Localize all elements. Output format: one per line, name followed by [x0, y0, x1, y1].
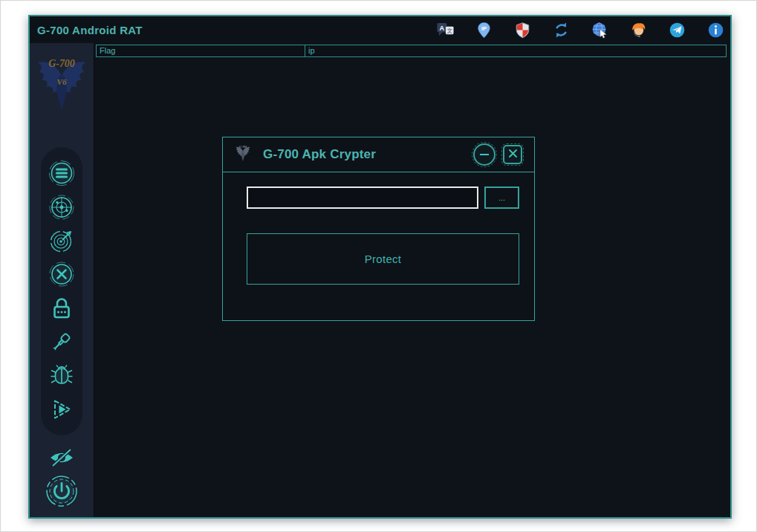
sidebar-item-builder[interactable]: [48, 328, 75, 355]
security-shield-icon[interactable]: [514, 22, 531, 39]
sidebar: G-700 V6: [30, 43, 94, 517]
sidebar-item-power[interactable]: [45, 474, 79, 508]
window-title: G-700 Android RAT: [37, 24, 143, 36]
eye-off-icon: [48, 458, 76, 470]
protect-button[interactable]: Protect: [247, 233, 519, 285]
play-icon: [49, 397, 74, 422]
clients-area: Flag ip G-700 G-700 Apk Cryp: [94, 43, 730, 517]
sidebar-item-target[interactable]: [48, 227, 75, 254]
dialog-title: G-700 Apk Crypter: [263, 147, 376, 162]
translate-icon[interactable]: A 文: [437, 22, 454, 39]
sidebar-item-scan[interactable]: [48, 194, 75, 221]
target-icon: [48, 227, 75, 254]
lock-icon: [50, 296, 74, 321]
minimize-button[interactable]: [473, 143, 496, 166]
dialog-body: ... Protect: [223, 172, 534, 285]
ip-pin-icon[interactable]: IP: [475, 22, 493, 39]
sidebar-tool-panel: [41, 147, 82, 435]
sidebar-item-disconnect[interactable]: [48, 261, 75, 288]
dialog-eagle-icon: G-700: [233, 145, 253, 164]
apk-file-row: ...: [247, 186, 519, 209]
logo-brand-text: G-700: [48, 58, 74, 69]
info-icon[interactable]: [707, 22, 724, 39]
globe-cursor-icon[interactable]: [591, 22, 608, 39]
power-icon: [45, 498, 79, 510]
x-circle-icon: [48, 261, 75, 288]
window-content: G-700 V6: [30, 43, 730, 517]
menu-icon: [48, 160, 75, 186]
minimize-icon: [480, 154, 489, 155]
support-agent-icon[interactable]: [630, 22, 647, 39]
browse-button[interactable]: ...: [484, 186, 519, 209]
dialog-titlebar: G-700 G-700 Apk Crypter: [223, 137, 534, 172]
logo-version-text: V6: [57, 77, 67, 86]
titlebar: G-700 Android RAT A 文 IP: [30, 16, 730, 43]
translate-zh-glyph: 文: [446, 27, 452, 33]
sidebar-item-menu[interactable]: [48, 160, 75, 186]
close-icon: [508, 148, 518, 161]
column-header-flag[interactable]: Flag: [96, 45, 305, 57]
dialog-window-controls: [473, 143, 525, 166]
column-header-ip[interactable]: ip: [305, 45, 727, 57]
sidebar-item-bug-test[interactable]: [48, 362, 75, 389]
sidebar-item-hide[interactable]: [48, 447, 76, 468]
apk-crypter-dialog: G-700 G-700 Apk Crypter: [222, 137, 535, 321]
apk-path-input[interactable]: [247, 186, 478, 209]
close-button[interactable]: [503, 145, 522, 164]
titlebar-icon-row: A 文 IP: [437, 22, 724, 39]
svg-text:G-700: G-700: [239, 146, 247, 149]
screwdriver-icon: [49, 329, 74, 354]
bug-icon: [49, 363, 74, 388]
clients-table-header: Flag ip: [96, 45, 727, 57]
sidebar-item-start[interactable]: [48, 396, 75, 423]
refresh-icon[interactable]: [553, 22, 570, 39]
radar-icon: [48, 194, 75, 221]
telegram-icon[interactable]: [669, 22, 686, 39]
g700-eagle-logo: G-700 V6: [34, 55, 89, 120]
ip-glyph: IP: [481, 25, 487, 32]
app-window: G-700 Android RAT A 文 IP: [28, 15, 732, 519]
translate-a-glyph: A: [440, 24, 445, 31]
sidebar-item-crypter[interactable]: [48, 295, 75, 322]
